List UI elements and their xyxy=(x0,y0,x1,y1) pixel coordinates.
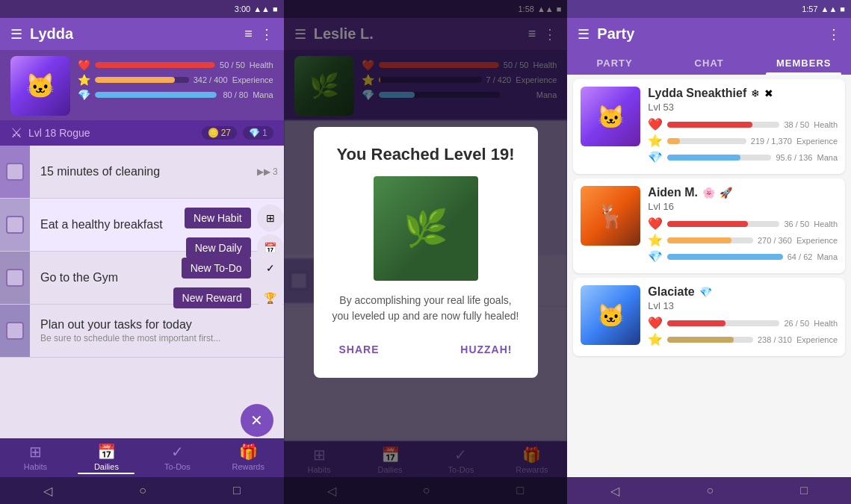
member-exp-bar-bg-3 xyxy=(667,337,753,343)
nav-todos[interactable]: ✓ To-Dos xyxy=(142,443,213,474)
todos-icon: ✓ xyxy=(171,443,184,461)
left-signal: ▲▲ xyxy=(253,4,270,13)
right-tabs: PARTY CHAT MEMBERS xyxy=(567,50,851,75)
level-up-modal: You Reached Level 19! 🌿 By accomplishing… xyxy=(314,127,538,378)
left-filter-icon[interactable]: ≡ xyxy=(244,26,253,42)
streak-icon-1: ▶▶ xyxy=(257,167,270,177)
right-signal: ▲▲ xyxy=(821,4,838,13)
streak-count-1: 3 xyxy=(273,167,278,177)
left-gem-badge: 💎 1 xyxy=(243,126,273,140)
member-exp-bar-bg-1 xyxy=(667,138,746,144)
task-checkbox-1[interactable] xyxy=(0,146,30,198)
left-title: Lydda xyxy=(30,25,237,43)
member-char-2: 🦌 xyxy=(581,186,640,246)
left-home-btn[interactable]: ○ xyxy=(139,484,146,497)
member-name-1: Lydda Sneakthief xyxy=(648,87,746,100)
right-home-btn[interactable]: ○ xyxy=(707,484,714,497)
list-item: 🐱 Lydda Sneakthief ❄ ✖ Lvl 53 ❤️ 38 / 50… xyxy=(573,79,845,174)
left-mana-label: 80 / 80 Mana xyxy=(221,90,273,99)
checkbox-inner-4 xyxy=(6,322,24,340)
right-recents-btn[interactable]: □ xyxy=(800,484,808,497)
member-exp-bar-bg-2 xyxy=(667,237,753,243)
tab-members-label: MEMBERS xyxy=(776,57,831,69)
fab-reward-icon: 🏆 xyxy=(257,284,284,311)
left-avatar-section: 🐱 ❤️ 50 / 50 Health ⭐ 342 / 400 Experien… xyxy=(0,50,284,120)
left-exp-label: 342 / 400 Experience xyxy=(194,75,273,84)
nav-dailies[interactable]: 📅 Dailies xyxy=(71,443,142,474)
member-badge-1a: ❄ xyxy=(751,87,760,99)
left-mana-row: 💎 80 / 80 Mana xyxy=(78,89,273,101)
left-battery: ■ xyxy=(273,4,278,13)
right-menu-icon[interactable]: ☰ xyxy=(578,26,589,43)
dailies-label: Dailies xyxy=(94,462,119,471)
modal-body: By accomplishing your real life goals, y… xyxy=(332,293,520,324)
tab-party-label: PARTY xyxy=(597,57,633,69)
left-status-bar: 3:00 ▲▲ ■ xyxy=(0,0,284,18)
right-battery: ■ xyxy=(840,4,845,13)
member-exp-row-1: ⭐ 219 / 1,370 Experience xyxy=(648,134,838,148)
left-more-icon[interactable]: ⋮ xyxy=(260,26,273,43)
left-menu-icon[interactable]: ☰ xyxy=(10,26,22,43)
dailies-icon: 📅 xyxy=(97,443,116,461)
left-gold-icon: 🪙 xyxy=(208,128,219,138)
fab-new-reward[interactable]: New Reward 🏆 xyxy=(173,284,284,311)
member-badge-1b: ✖ xyxy=(764,87,773,99)
modal-huzzah-button[interactable]: HUZZAH! xyxy=(453,339,519,360)
left-level-text: Lvl 18 Rogue xyxy=(28,127,196,139)
right-more-icon[interactable]: ⋮ xyxy=(827,26,841,43)
fab-close-button[interactable]: ✕ xyxy=(241,404,273,437)
left-back-btn[interactable]: ◁ xyxy=(43,484,52,498)
task-checkbox-4[interactable] xyxy=(0,305,30,357)
fab-todo-label: New To-Do xyxy=(182,258,251,279)
left-avatar-art: 🐱 xyxy=(10,56,70,116)
tab-members[interactable]: MEMBERS xyxy=(756,50,851,75)
left-class-icon: ⚔ xyxy=(10,125,22,141)
member-mana-label-1: 95.6 / 136 Mana xyxy=(776,153,838,162)
task-content-1: 15 minutes of cleaning xyxy=(30,156,257,187)
checkbox-inner-1 xyxy=(6,163,24,181)
left-health-bar-fill xyxy=(95,62,215,68)
fab-todo-icon: ✓ xyxy=(257,255,284,281)
fab-new-todo[interactable]: New To-Do ✓ xyxy=(182,255,284,281)
member-health-icon-1: ❤️ xyxy=(648,117,663,131)
right-member-list: 🐱 Lydda Sneakthief ❄ ✖ Lvl 53 ❤️ 38 / 50… xyxy=(567,75,851,477)
member-mana-bar-fill-2 xyxy=(667,254,782,260)
left-bottom-nav: ⊞ Habits 📅 Dailies ✓ To-Dos 🎁 Rewards xyxy=(0,438,284,477)
member-mana-bar-bg-1 xyxy=(667,155,771,161)
member-exp-bar-fill-1 xyxy=(667,138,680,144)
left-recents-btn[interactable]: □ xyxy=(233,484,241,497)
member-health-icon-2: ❤️ xyxy=(648,217,663,231)
left-exp-bar-fill xyxy=(95,77,175,83)
member-char-3: 🐱 xyxy=(581,285,640,345)
member-mana-bar-fill-1 xyxy=(667,155,740,161)
mid-panel: 1:58 ▲▲ ■ ☰ Leslie L. ≡ ⋮ 🌿 ❤️ 50 / 50 H… xyxy=(284,0,568,504)
rewards-label: Rewards xyxy=(232,462,264,471)
left-health-label: 50 / 50 Health xyxy=(220,60,273,69)
fab-habit-label: New Habit xyxy=(185,208,251,228)
left-time: 3:00 xyxy=(235,4,250,13)
member-health-row-2: ❤️ 36 / 50 Health xyxy=(648,217,838,231)
right-title: Party xyxy=(597,25,820,43)
left-gem-icon: 💎 xyxy=(249,128,260,138)
member-exp-icon-3: ⭐ xyxy=(648,332,663,346)
tab-party[interactable]: PARTY xyxy=(567,50,662,75)
member-health-label-1: 38 / 50 Health xyxy=(784,120,838,129)
tab-chat[interactable]: CHAT xyxy=(662,50,757,75)
fab-menu-overlay-2: New To-Do ✓ New Reward 🏆 xyxy=(173,255,284,311)
nav-habits[interactable]: ⊞ Habits xyxy=(0,443,71,474)
member-name-row-3: Glaciate 💎 xyxy=(648,285,838,299)
modal-share-button[interactable]: SHARE xyxy=(332,339,387,360)
member-exp-label-1: 219 / 1,370 Experience xyxy=(751,137,838,146)
left-mana-icon: 💎 xyxy=(78,89,90,101)
table-row: Eat a healthy breakfast New Habit ⊞ New … xyxy=(0,199,284,252)
task-checkbox-2[interactable] xyxy=(0,199,30,251)
nav-rewards[interactable]: 🎁 Rewards xyxy=(213,443,284,474)
member-health-bar-bg-2 xyxy=(667,221,779,227)
modal-title: You Reached Level 19! xyxy=(332,145,520,164)
left-gold-badge: 🪙 27 xyxy=(202,126,237,140)
right-back-btn[interactable]: ◁ xyxy=(610,484,619,498)
member-info-2: Aiden M. 🌸 🚀 Lvl 16 ❤️ 36 / 50 Health ⭐ xyxy=(648,186,838,266)
task-checkbox-3[interactable] xyxy=(0,252,30,304)
fab-new-habit[interactable]: New Habit ⊞ xyxy=(185,205,284,231)
fab-reward-label: New Reward xyxy=(173,287,251,308)
